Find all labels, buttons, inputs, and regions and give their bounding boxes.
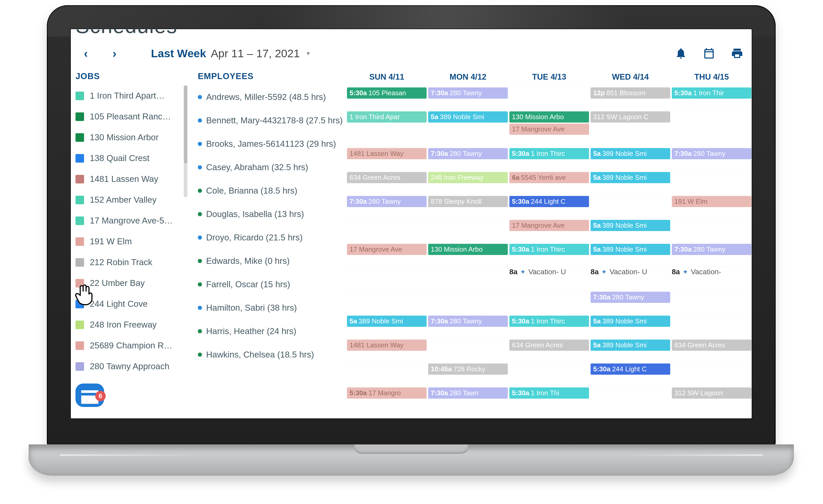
- schedule-cell[interactable]: 5a389 Noble Smi: [590, 339, 671, 362]
- schedule-event[interactable]: 5:30a105 Pleasan: [347, 88, 427, 99]
- schedule-event[interactable]: 7:30a280 Tawny: [428, 148, 508, 159]
- schedule-event[interactable]: 5:30a1 Iron Thi: [509, 387, 589, 398]
- schedule-cell[interactable]: 5a389 Noble Smi: [590, 171, 671, 195]
- schedule-cell[interactable]: 130 Mission Arbo: [428, 243, 509, 267]
- employee-item[interactable]: Bennett, Mary-4432178-8 (27.5 hrs): [198, 109, 346, 132]
- schedule-cell[interactable]: 5:30a244 Light C: [509, 195, 590, 219]
- schedule-event[interactable]: 130 Mission Arbo: [509, 111, 589, 123]
- schedule-cell[interactable]: [671, 111, 752, 147]
- day-header[interactable]: THU 4/15: [671, 69, 752, 87]
- schedule-cell[interactable]: 878 Sleepy Knoll: [428, 195, 509, 219]
- prev-week-button[interactable]: ‹: [78, 46, 94, 60]
- schedule-cell[interactable]: 17 Mangrove Ave: [509, 219, 590, 243]
- schedule-event[interactable]: 7:30a280 Tawn: [428, 387, 508, 398]
- schedule-cell[interactable]: 5a389 Noble Smi: [590, 243, 671, 267]
- schedule-cell[interactable]: [509, 291, 590, 315]
- schedule-event[interactable]: 17 Mangrove Ave: [509, 124, 589, 135]
- schedule-cell[interactable]: 1481 Lassen Way: [346, 147, 428, 171]
- schedule-cell[interactable]: [509, 363, 590, 386]
- schedule-event[interactable]: 5a389 Noble Smi: [591, 244, 670, 255]
- job-item[interactable]: 25689 Champion R…: [75, 335, 185, 356]
- job-item[interactable]: 1481 Lassen Way: [75, 169, 185, 189]
- schedule-cell[interactable]: 1 Iron Third Apar: [346, 111, 428, 147]
- schedule-cell[interactable]: 5:30a1 Iron Thirc: [509, 147, 590, 171]
- schedule-event[interactable]: 634 Green Acres: [509, 340, 589, 351]
- schedule-cell[interactable]: 5:30a17 Mangro: [346, 387, 428, 410]
- schedule-cell[interactable]: 5a389 Noble Smi: [590, 147, 671, 171]
- employee-item[interactable]: Casey, Abraham (32.5 hrs): [198, 156, 346, 179]
- employee-item[interactable]: Droyo, Ricardo (21.5 hrs): [198, 226, 346, 249]
- schedule-event[interactable]: 5:30a17 Mangro: [347, 387, 427, 398]
- schedule-cell[interactable]: 5:30a1 Iron Thir: [671, 87, 752, 110]
- schedule-cell[interactable]: [671, 291, 752, 315]
- schedule-cell[interactable]: 1481 Lassen Way: [346, 339, 428, 362]
- schedule-cell[interactable]: 8a✦Vacation-: [671, 267, 752, 291]
- schedule-cell[interactable]: [346, 219, 428, 243]
- schedule-event[interactable]: 5a389 Noble Smi: [591, 340, 670, 351]
- day-header[interactable]: TUE 4/13: [509, 69, 590, 87]
- schedule-event[interactable]: 5a389 Noble Smi: [591, 148, 670, 159]
- schedule-event[interactable]: 7:30a280 Tawny: [591, 292, 670, 303]
- day-header[interactable]: WED 4/14: [590, 69, 671, 87]
- schedule-cell[interactable]: 7:30a280 Tawny: [428, 87, 509, 110]
- schedule-cell[interactable]: [428, 219, 509, 243]
- schedule-event[interactable]: 248 Iron Freeway: [428, 172, 508, 183]
- schedule-event[interactable]: 5a389 Noble Smi: [591, 316, 670, 327]
- schedule-cell[interactable]: [428, 267, 509, 291]
- schedule-cell[interactable]: 634 Green Acres: [671, 339, 752, 362]
- day-header[interactable]: SUN 4/11: [346, 69, 428, 87]
- employee-item[interactable]: Edwards, Mike (0 hrs): [198, 249, 346, 273]
- schedule-event[interactable]: 878 Sleepy Knoll: [428, 196, 508, 207]
- schedule-cell[interactable]: 6a5545 Yerrli ave: [509, 171, 590, 195]
- schedule-cell[interactable]: 5:30a1 Iron Thi: [509, 387, 590, 410]
- employee-item[interactable]: Harris, Heather (24 hrs): [198, 320, 346, 343]
- employee-item[interactable]: Hamilton, Sabri (38 hrs): [198, 296, 346, 320]
- schedule-cell[interactable]: [346, 267, 428, 291]
- job-item[interactable]: 280 Tawny Approach: [75, 356, 185, 377]
- schedule-cell[interactable]: [590, 195, 671, 219]
- jobs-scrollbar[interactable]: [184, 86, 187, 197]
- schedule-event[interactable]: 5:30a1 Iron Thir: [672, 88, 752, 99]
- schedule-cell[interactable]: 5a389 Noble Smi: [346, 315, 428, 339]
- schedule-cell[interactable]: [671, 171, 752, 195]
- job-item[interactable]: 105 Pleasant Ranc…: [75, 106, 185, 127]
- schedule-cell[interactable]: [671, 315, 752, 339]
- schedule-cell[interactable]: [590, 387, 671, 410]
- schedule-event[interactable]: 5a389 Noble Smi: [428, 111, 508, 123]
- schedule-cell[interactable]: 5:30a105 Pleasan: [346, 87, 428, 110]
- schedule-cell[interactable]: 634 Green Acres: [346, 171, 428, 195]
- job-item[interactable]: 17 Mangrove Ave-5…: [75, 210, 185, 231]
- schedule-event[interactable]: 312 SW Lagoon: [672, 387, 752, 398]
- bell-icon[interactable]: [675, 47, 687, 59]
- schedule-cell[interactable]: 7:30a280 Tawny: [428, 147, 509, 171]
- schedule-cell[interactable]: 7:30a280 Tawny: [671, 243, 752, 267]
- schedule-event[interactable]: 17 Mangrove Ave: [509, 220, 589, 231]
- schedule-event[interactable]: 6a5545 Yerrli ave: [509, 172, 589, 183]
- job-item[interactable]: 1 Iron Third Apart…: [75, 86, 185, 106]
- schedule-event[interactable]: 191 W Elm: [672, 196, 752, 207]
- job-item[interactable]: 212 Robin Track: [75, 252, 185, 273]
- schedule-cell[interactable]: 312 SW Lagoon C: [590, 111, 671, 147]
- schedule-cell[interactable]: [428, 339, 509, 362]
- schedule-event[interactable]: 5a389 Noble Smi: [591, 172, 670, 183]
- employee-item[interactable]: Andrews, Miller-5592 (48.5 hrs): [198, 86, 346, 109]
- vacation-entry[interactable]: 8a✦Vacation-: [672, 268, 752, 276]
- schedule-event[interactable]: 7:30a280 Tawny: [428, 316, 508, 327]
- schedule-event[interactable]: 5a389 Noble Smi: [347, 316, 427, 327]
- calendar-icon[interactable]: [703, 47, 715, 59]
- schedule-event[interactable]: 5:30a1 Iron Thirc: [509, 244, 589, 255]
- schedule-cell[interactable]: 7:30a280 Tawny: [346, 195, 428, 219]
- schedule-cell[interactable]: 5a389 Noble Smi: [428, 111, 509, 147]
- schedule-event[interactable]: 12p851 Blossom: [591, 88, 670, 99]
- schedule-event[interactable]: 634 Green Acres: [672, 340, 752, 351]
- schedule-event[interactable]: 7:30a280 Tawny: [672, 244, 752, 255]
- job-item[interactable]: 138 Quail Crest: [75, 148, 185, 169]
- schedule-event[interactable]: 1481 Lassen Way: [347, 340, 427, 351]
- date-range-picker[interactable]: Last Week Apr 11 – 17, 2021 ▾: [151, 47, 310, 60]
- employee-item[interactable]: Brooks, James-56141123 (29 hrs): [198, 132, 346, 156]
- schedule-cell[interactable]: 312 SW Lagoon: [671, 387, 752, 410]
- vacation-entry[interactable]: 8a✦Vacation- U: [509, 268, 589, 276]
- employee-item[interactable]: Hawkins, Chelsea (18.5 hrs): [198, 343, 346, 366]
- schedule-cell[interactable]: [346, 291, 428, 315]
- employee-item[interactable]: Douglas, Isabella (13 hrs): [198, 202, 346, 226]
